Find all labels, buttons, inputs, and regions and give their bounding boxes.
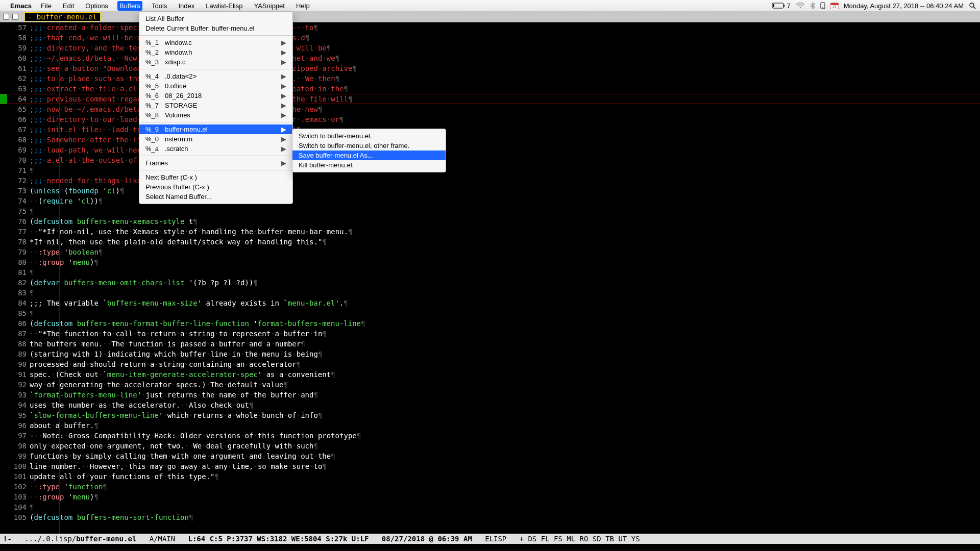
code-line: 91spec.·(Check·out·`menu-item-generate-a… bbox=[0, 369, 980, 380]
code-line: 77··"*If·non-nil,·use·the·Xemacs·style·o… bbox=[0, 227, 980, 237]
code-line: 93`format-buffers-menu-line'·just·return… bbox=[0, 390, 980, 400]
menu-tools[interactable]: Tools bbox=[150, 1, 169, 11]
buffers-menu-bottom-1[interactable]: Previous Buffer (C-x ) bbox=[139, 182, 292, 192]
code-line: 81¶ bbox=[0, 267, 980, 278]
sep bbox=[139, 69, 292, 69]
tab-prefix: - bbox=[28, 13, 37, 21]
svg-rect-1 bbox=[783, 5, 785, 7]
code-line: 94uses·the·number·as·the·accelerator.··A… bbox=[0, 400, 980, 410]
battery-text: 7 bbox=[787, 2, 790, 10]
sep bbox=[139, 122, 292, 122]
buffers-menu-top-0[interactable]: List All Buffer bbox=[139, 14, 292, 23]
modeline-mode: ELISP bbox=[485, 535, 506, 543]
submenu-item-3[interactable]: Kill buffer-menu.el. bbox=[292, 160, 446, 170]
code-line: 89(starting·with·1)·indicating·which·buf… bbox=[0, 349, 980, 359]
modeline-filename: buffer-menu.el bbox=[76, 535, 136, 543]
buffers-menu-frames[interactable]: Frames▶ bbox=[139, 158, 292, 168]
code-line: 100line·number.··However,·this·may·go·aw… bbox=[0, 461, 980, 471]
code-line: 78*If·nil,·then·use·the·plain-old·defaul… bbox=[0, 237, 980, 247]
code-line: 96about·a·buffer.¶ bbox=[0, 420, 980, 431]
spotlight-icon[interactable] bbox=[969, 2, 976, 9]
mac-menubar: Emacs File Edit Options Buffers Tools In… bbox=[0, 0, 980, 11]
code-line: 85¶ bbox=[0, 308, 980, 318]
svg-rect-2 bbox=[773, 4, 774, 7]
calendar-icon: 27 bbox=[830, 2, 839, 9]
code-line: 76(defcustom buffers-menu-xemacs-style t… bbox=[0, 216, 980, 227]
buffers-menu-item-nsterm-m[interactable]: %_0nsterm.m▶ bbox=[139, 134, 292, 144]
buffers-menu-item--scratch[interactable]: %_a.scratch▶ bbox=[139, 144, 292, 154]
svg-line-10 bbox=[973, 7, 975, 9]
menu-options[interactable]: Options bbox=[83, 1, 110, 11]
menu-lawlist-elisp[interactable]: Lawlist-Elisp bbox=[204, 1, 244, 11]
buffers-menu-item-storage[interactable]: %_7STORAGE▶ bbox=[139, 101, 292, 110]
code-line: 90processed·and·should·return·a·string·c… bbox=[0, 359, 980, 369]
buffers-menu-top-1[interactable]: Delete Current Buffer: buffer-menu.el bbox=[139, 23, 292, 33]
menu-help[interactable]: Help bbox=[294, 1, 312, 11]
battery-icon: 7 bbox=[772, 2, 790, 10]
modeline-status: !- bbox=[3, 535, 12, 543]
code-line: 101update·all·of·your·functions·of·this·… bbox=[0, 471, 980, 482]
code-line: 87··"*The·function·to·call·to·return·a·s… bbox=[0, 329, 980, 339]
sep bbox=[139, 170, 292, 170]
buffers-menu-bottom-0[interactable]: Next Buffer (C-x ) bbox=[139, 172, 292, 182]
code-line: 98only·expected·one·argument,·not·two.··… bbox=[0, 441, 980, 451]
bluetooth-icon bbox=[810, 2, 815, 9]
code-line: 83¶ bbox=[0, 288, 980, 298]
code-line: 95`slow-format-buffers-menu-line'·which·… bbox=[0, 410, 980, 420]
menu-yasnippet[interactable]: YASnippet bbox=[252, 1, 286, 11]
code-line: 79··:type 'boolean¶ bbox=[0, 247, 980, 257]
code-line: 97-··Note:·Gross·Compatibility·Hack:·Old… bbox=[0, 431, 980, 441]
buffers-menu-item-08-26-2018[interactable]: %_608_26_2018▶ bbox=[139, 91, 292, 101]
buffers-menu-item-0-office[interactable]: %_50.office▶ bbox=[139, 81, 292, 91]
buffers-menu-item-window-c[interactable]: %_1window.c▶ bbox=[139, 38, 292, 47]
modeline-pos: L:64 C:5 P:3737 WS:3182 WE:5804 S:27k U:… bbox=[188, 535, 369, 543]
buffer-submenu: Switch to buffer-menu.el.Switch to buffe… bbox=[292, 129, 446, 172]
code-line: 88the·buffers·menu.··The·function·is·pas… bbox=[0, 339, 980, 349]
code-line: 92way·of·generating·the·accelerator·spec… bbox=[0, 380, 980, 390]
minibuffer[interactable] bbox=[0, 544, 980, 551]
code-line: 99functions·by·simply·calling·them·with·… bbox=[0, 451, 980, 461]
buffers-dropdown: List All BufferDelete Current Buffer: bu… bbox=[139, 11, 293, 204]
code-line: 82(defvar buffers-menu-omit-chars-list '… bbox=[0, 278, 980, 288]
app-name[interactable]: Emacs bbox=[10, 2, 32, 10]
buffers-menu-item--0-data-2-[interactable]: %_4.0.data<2>▶ bbox=[139, 71, 292, 81]
tab-current[interactable]: - buffer-menu.el bbox=[24, 12, 101, 21]
code-line: 103··:group 'menu)¶ bbox=[0, 492, 980, 502]
code-line: 75¶ bbox=[0, 206, 980, 216]
submenu-item-0[interactable]: Switch to buffer-menu.el. bbox=[292, 131, 446, 141]
modeline: !- .../.0.lisp/buffer-menu.el A/MAIN L:6… bbox=[0, 534, 980, 544]
svg-point-3 bbox=[799, 7, 801, 9]
tab-filename: buffer-menu.el bbox=[37, 13, 97, 21]
modeline-flags: + DS FL FS ML RO SD TB UT YS bbox=[520, 535, 640, 543]
toolbar-button-1[interactable] bbox=[3, 14, 9, 20]
code-line: 86(defcustom buffers-menu-format-buffer-… bbox=[0, 318, 980, 329]
code-line: 105(defcustom buffers-menu-sort-function… bbox=[0, 512, 980, 522]
code-line: 80··:group 'menu)¶ bbox=[0, 257, 980, 267]
wifi-icon bbox=[796, 3, 805, 9]
menu-file[interactable]: File bbox=[39, 1, 54, 11]
modeline-path: .../.0.lisp/ bbox=[24, 535, 76, 543]
buffers-menu-item-volumes[interactable]: %_8Volumes▶ bbox=[139, 110, 292, 120]
submenu-item-1[interactable]: Switch to buffer-menu.el, other frame. bbox=[292, 141, 446, 151]
menu-buffers[interactable]: Buffers bbox=[117, 1, 142, 11]
sep bbox=[139, 35, 292, 36]
code-line: 104¶ bbox=[0, 502, 980, 512]
code-line: 84;;; The variable `buffers-menu-max-siz… bbox=[0, 298, 980, 308]
clock-text: Monday, August 27, 2018 -- 06:40:24 AM bbox=[844, 2, 964, 10]
modeline-branch: A/MAIN bbox=[150, 535, 176, 543]
sep bbox=[139, 156, 292, 156]
svg-point-5 bbox=[822, 7, 823, 8]
phone-icon bbox=[820, 2, 825, 9]
submenu-item-2[interactable]: Save buffer-menu.el As... bbox=[292, 151, 446, 160]
buffers-menu-item-window-h[interactable]: %_2window.h▶ bbox=[139, 47, 292, 57]
code-line: 102··:type 'function¶ bbox=[0, 482, 980, 492]
svg-text:27: 27 bbox=[832, 5, 837, 9]
buffers-menu-bottom-2[interactable]: Select Named Buffer... bbox=[139, 192, 292, 202]
modeline-time: 08/27/2018 @ 06:39 AM bbox=[382, 535, 472, 543]
menu-edit[interactable]: Edit bbox=[61, 1, 76, 11]
svg-point-9 bbox=[970, 3, 974, 7]
menu-index[interactable]: Index bbox=[176, 1, 197, 11]
buffers-menu-item-xdisp-c[interactable]: %_3xdisp.c▶ bbox=[139, 57, 292, 67]
toolbar-button-2[interactable] bbox=[12, 14, 18, 20]
buffers-menu-item-buffer-menu-el[interactable]: %_9buffer-menu.el▶ bbox=[139, 124, 292, 134]
